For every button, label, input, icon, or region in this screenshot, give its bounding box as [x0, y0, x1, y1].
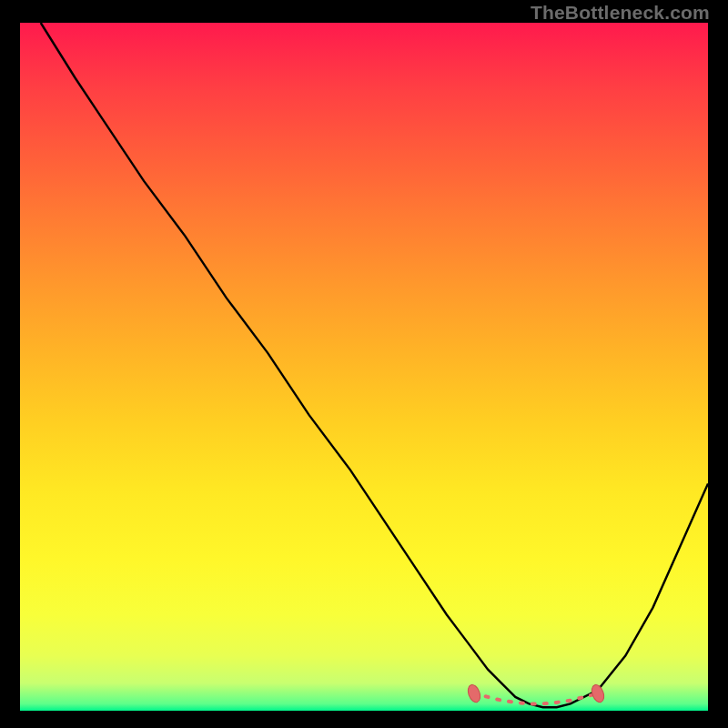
svg-point-1 [590, 683, 606, 704]
svg-point-0 [466, 683, 482, 704]
chart-area [20, 23, 708, 711]
line-curve [20, 23, 708, 711]
watermark-text: TheBottleneck.com [531, 2, 710, 24]
